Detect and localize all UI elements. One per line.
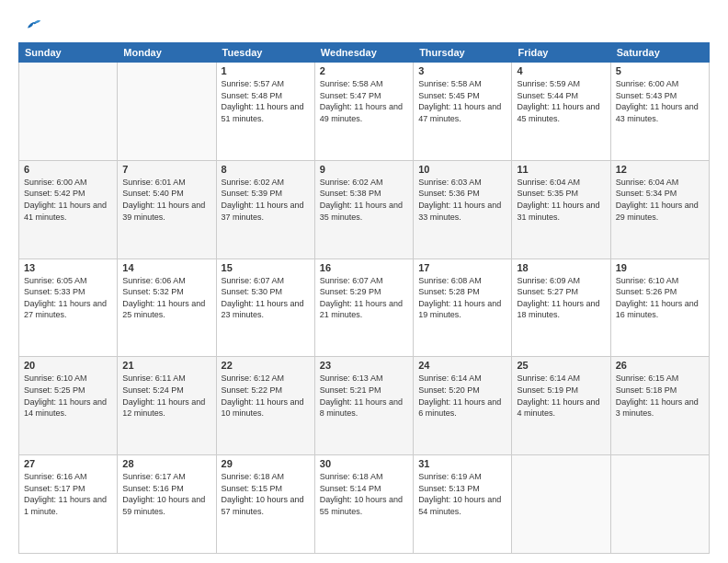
day-info: Sunrise: 6:16 AM Sunset: 5:17 PM Dayligh… (24, 471, 112, 517)
calendar-cell: 4Sunrise: 5:59 AM Sunset: 5:44 PM Daylig… (512, 63, 610, 161)
day-info: Sunrise: 6:11 AM Sunset: 5:24 PM Dayligh… (122, 373, 210, 419)
calendar-cell (610, 455, 709, 554)
day-info: Sunrise: 6:10 AM Sunset: 5:26 PM Dayligh… (616, 275, 704, 321)
calendar-day-header: Monday (118, 43, 216, 63)
calendar-cell: 13Sunrise: 6:05 AM Sunset: 5:33 PM Dayli… (19, 259, 118, 357)
day-number: 3 (418, 65, 506, 76)
day-number: 8 (222, 164, 310, 175)
day-info: Sunrise: 6:00 AM Sunset: 5:42 PM Dayligh… (24, 177, 112, 223)
calendar-cell (118, 63, 216, 161)
calendar-cell: 27Sunrise: 6:16 AM Sunset: 5:17 PM Dayli… (19, 455, 118, 554)
day-number: 2 (320, 65, 408, 76)
calendar-cell: 29Sunrise: 6:18 AM Sunset: 5:15 PM Dayli… (216, 455, 314, 554)
calendar-cell: 10Sunrise: 6:03 AM Sunset: 5:36 PM Dayli… (414, 160, 512, 259)
calendar-week-row: 13Sunrise: 6:05 AM Sunset: 5:33 PM Dayli… (19, 259, 710, 357)
calendar-cell: 12Sunrise: 6:04 AM Sunset: 5:34 PM Dayli… (610, 160, 709, 259)
calendar-cell: 3Sunrise: 5:58 AM Sunset: 5:45 PM Daylig… (414, 63, 512, 161)
calendar-day-header: Wednesday (314, 43, 413, 63)
day-info: Sunrise: 6:01 AM Sunset: 5:40 PM Dayligh… (122, 177, 210, 223)
day-info: Sunrise: 5:58 AM Sunset: 5:45 PM Dayligh… (418, 78, 506, 124)
day-number: 1 (222, 65, 310, 76)
day-number: 13 (24, 262, 112, 273)
calendar-cell: 2Sunrise: 5:58 AM Sunset: 5:47 PM Daylig… (314, 63, 413, 161)
calendar-cell: 16Sunrise: 6:07 AM Sunset: 5:29 PM Dayli… (314, 259, 413, 357)
day-number: 14 (122, 262, 210, 273)
day-info: Sunrise: 6:17 AM Sunset: 5:16 PM Dayligh… (122, 471, 210, 517)
logo-bird-icon (20, 15, 42, 37)
calendar-cell: 26Sunrise: 6:15 AM Sunset: 5:18 PM Dayli… (610, 357, 709, 455)
day-info: Sunrise: 6:12 AM Sunset: 5:22 PM Dayligh… (222, 373, 310, 419)
day-number: 30 (320, 458, 408, 469)
day-info: Sunrise: 6:13 AM Sunset: 5:21 PM Dayligh… (320, 373, 408, 419)
day-info: Sunrise: 6:04 AM Sunset: 5:35 PM Dayligh… (517, 177, 605, 223)
day-info: Sunrise: 6:10 AM Sunset: 5:25 PM Dayligh… (24, 373, 112, 419)
day-info: Sunrise: 5:57 AM Sunset: 5:48 PM Dayligh… (222, 78, 310, 124)
day-number: 28 (122, 458, 210, 469)
day-number: 16 (320, 262, 408, 273)
calendar-cell: 22Sunrise: 6:12 AM Sunset: 5:22 PM Dayli… (216, 357, 314, 455)
day-number: 20 (24, 360, 112, 371)
calendar-header-row: SundayMondayTuesdayWednesdayThursdayFrid… (19, 43, 710, 63)
day-number: 29 (222, 458, 310, 469)
logo (18, 15, 42, 33)
calendar-day-header: Friday (512, 43, 610, 63)
calendar-cell: 1Sunrise: 5:57 AM Sunset: 5:48 PM Daylig… (216, 63, 314, 161)
day-number: 27 (24, 458, 112, 469)
calendar-cell: 14Sunrise: 6:06 AM Sunset: 5:32 PM Dayli… (118, 259, 216, 357)
calendar-day-header: Sunday (19, 43, 118, 63)
day-number: 6 (24, 164, 112, 175)
calendar-cell: 18Sunrise: 6:09 AM Sunset: 5:27 PM Dayli… (512, 259, 610, 357)
calendar-cell: 15Sunrise: 6:07 AM Sunset: 5:30 PM Dayli… (216, 259, 314, 357)
day-info: Sunrise: 6:06 AM Sunset: 5:32 PM Dayligh… (122, 275, 210, 321)
day-info: Sunrise: 5:59 AM Sunset: 5:44 PM Dayligh… (517, 78, 605, 124)
day-info: Sunrise: 6:03 AM Sunset: 5:36 PM Dayligh… (418, 177, 506, 223)
calendar-week-row: 20Sunrise: 6:10 AM Sunset: 5:25 PM Dayli… (19, 357, 710, 455)
day-info: Sunrise: 6:08 AM Sunset: 5:28 PM Dayligh… (418, 275, 506, 321)
page: SundayMondayTuesdayWednesdayThursdayFrid… (0, 0, 728, 563)
calendar-cell: 17Sunrise: 6:08 AM Sunset: 5:28 PM Dayli… (414, 259, 512, 357)
calendar-cell: 30Sunrise: 6:18 AM Sunset: 5:14 PM Dayli… (314, 455, 413, 554)
calendar-cell: 19Sunrise: 6:10 AM Sunset: 5:26 PM Dayli… (610, 259, 709, 357)
day-info: Sunrise: 6:14 AM Sunset: 5:19 PM Dayligh… (517, 373, 605, 419)
day-number: 15 (222, 262, 310, 273)
calendar-cell: 7Sunrise: 6:01 AM Sunset: 5:40 PM Daylig… (118, 160, 216, 259)
day-info: Sunrise: 6:14 AM Sunset: 5:20 PM Dayligh… (418, 373, 506, 419)
day-number: 24 (418, 360, 506, 371)
day-number: 31 (418, 458, 506, 469)
calendar-cell: 11Sunrise: 6:04 AM Sunset: 5:35 PM Dayli… (512, 160, 610, 259)
calendar-cell: 24Sunrise: 6:14 AM Sunset: 5:20 PM Dayli… (414, 357, 512, 455)
day-info: Sunrise: 6:15 AM Sunset: 5:18 PM Dayligh… (616, 373, 704, 419)
day-info: Sunrise: 6:02 AM Sunset: 5:38 PM Dayligh… (320, 177, 408, 223)
day-number: 18 (517, 262, 605, 273)
calendar-cell: 23Sunrise: 6:13 AM Sunset: 5:21 PM Dayli… (314, 357, 413, 455)
header (18, 15, 710, 33)
calendar-cell: 21Sunrise: 6:11 AM Sunset: 5:24 PM Dayli… (118, 357, 216, 455)
day-info: Sunrise: 5:58 AM Sunset: 5:47 PM Dayligh… (320, 78, 408, 124)
day-info: Sunrise: 6:19 AM Sunset: 5:13 PM Dayligh… (418, 471, 506, 517)
calendar-cell: 20Sunrise: 6:10 AM Sunset: 5:25 PM Dayli… (19, 357, 118, 455)
day-number: 25 (517, 360, 605, 371)
calendar-table: SundayMondayTuesdayWednesdayThursdayFrid… (18, 42, 710, 554)
calendar-day-header: Thursday (414, 43, 512, 63)
calendar-cell (512, 455, 610, 554)
calendar-week-row: 6Sunrise: 6:00 AM Sunset: 5:42 PM Daylig… (19, 160, 710, 259)
calendar-day-header: Tuesday (216, 43, 314, 63)
day-info: Sunrise: 6:05 AM Sunset: 5:33 PM Dayligh… (24, 275, 112, 321)
day-info: Sunrise: 6:18 AM Sunset: 5:15 PM Dayligh… (222, 471, 310, 517)
calendar-cell: 8Sunrise: 6:02 AM Sunset: 5:39 PM Daylig… (216, 160, 314, 259)
calendar-cell: 25Sunrise: 6:14 AM Sunset: 5:19 PM Dayli… (512, 357, 610, 455)
day-number: 12 (616, 164, 704, 175)
calendar-week-row: 1Sunrise: 5:57 AM Sunset: 5:48 PM Daylig… (19, 63, 710, 161)
calendar-cell: 5Sunrise: 6:00 AM Sunset: 5:43 PM Daylig… (610, 63, 709, 161)
day-info: Sunrise: 6:04 AM Sunset: 5:34 PM Dayligh… (616, 177, 704, 223)
day-number: 21 (122, 360, 210, 371)
day-info: Sunrise: 6:02 AM Sunset: 5:39 PM Dayligh… (222, 177, 310, 223)
calendar-day-header: Saturday (610, 43, 709, 63)
calendar-week-row: 27Sunrise: 6:16 AM Sunset: 5:17 PM Dayli… (19, 455, 710, 554)
day-number: 26 (616, 360, 704, 371)
day-number: 17 (418, 262, 506, 273)
day-info: Sunrise: 6:07 AM Sunset: 5:30 PM Dayligh… (222, 275, 310, 321)
calendar-cell: 31Sunrise: 6:19 AM Sunset: 5:13 PM Dayli… (414, 455, 512, 554)
day-info: Sunrise: 6:07 AM Sunset: 5:29 PM Dayligh… (320, 275, 408, 321)
day-info: Sunrise: 6:00 AM Sunset: 5:43 PM Dayligh… (616, 78, 704, 124)
